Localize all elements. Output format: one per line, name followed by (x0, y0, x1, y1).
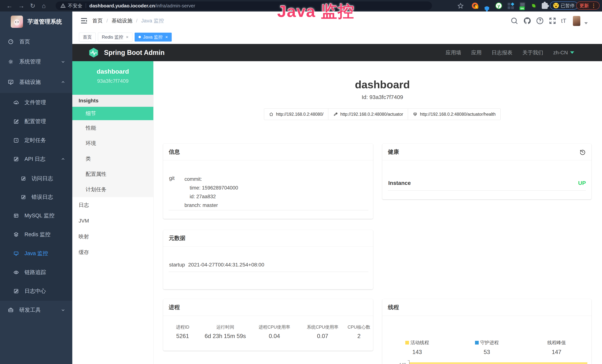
extension-green-circle-icon[interactable]: y (495, 2, 502, 10)
sba-sidebar-item-classes[interactable]: 类 (72, 151, 153, 166)
sidebar-item-system[interactable]: 系统管理 (0, 52, 72, 71)
sidebar-item-scheduled-jobs[interactable]: 定时任务 (0, 131, 72, 150)
instance-title: dashboard (165, 78, 600, 91)
extension-badge-count: 1 (475, 5, 478, 9)
sidebar-item-error-logs[interactable]: 错误日志 (0, 187, 72, 207)
app-logo-row[interactable]: 芋道管理系统 (11, 16, 62, 28)
browser-back-icon[interactable]: ← (6, 2, 13, 9)
browser-forward-icon[interactable]: → (18, 2, 24, 9)
legend-label: 线程峰值 (547, 340, 566, 346)
col-process-cpu: 进程CPU使用率 (248, 324, 300, 330)
extension-tabs-icon[interactable]: on (519, 2, 526, 9)
instance-id-line: Id: 93a3fc7f7409 (165, 94, 600, 100)
sidebar-item-tracing[interactable]: 链路追踪 (0, 263, 72, 282)
service-url-button[interactable]: http://192.168.0.2:48080/ (264, 108, 329, 120)
extension-on-badge: on (519, 7, 525, 10)
sba-sidebar-item-logs[interactable]: 日志 (72, 197, 153, 213)
github-icon[interactable] (523, 17, 531, 25)
sba-nav-about[interactable]: 关于我们 (522, 49, 543, 56)
sidebar-item-file-management[interactable]: 文件管理 (0, 93, 72, 112)
sidebar-item-access-logs[interactable]: 访问日志 (0, 169, 72, 188)
info-card-title: 信息 (169, 148, 180, 156)
metadata-row-label: startup (169, 262, 185, 268)
breadcrumb-home[interactable]: 首页 (92, 17, 103, 24)
browser-home-icon[interactable]: ⌂ (42, 2, 46, 9)
sba-sidebar-item-details[interactable]: 细节 (72, 107, 153, 120)
tab-label: 首页 (83, 34, 92, 40)
chevron-down-icon (570, 51, 574, 54)
browser-update-button[interactable]: 更新 ⋮ (576, 1, 600, 10)
sidebar-item-label: 日志中心 (24, 288, 46, 295)
sidebar-item-config-management[interactable]: 配置管理 (0, 112, 72, 131)
extension-leaf-icon[interactable] (531, 3, 538, 10)
health-url-button[interactable]: http://192.168.0.2:48080/actuator/health (408, 108, 501, 120)
sidebar-item-dev-tools[interactable]: 研发工具 (0, 300, 72, 320)
sba-brand-title[interactable]: Spring Boot Admin (104, 49, 165, 57)
cloud-upload-icon (13, 100, 19, 105)
daemon-threads-value: 53 (452, 349, 522, 355)
tab-close-icon[interactable]: × (165, 34, 168, 40)
address-bar[interactable]: 不安全 dashboard.yudao.iocoder.cn/infra/adm… (56, 1, 432, 10)
sba-sidebar-item-mappings[interactable]: 映射 (72, 229, 153, 244)
sba-locale-select[interactable]: zh-CN (553, 50, 574, 56)
browser-reload-icon[interactable]: ↻ (30, 2, 35, 9)
sidebar-item-redis-monitor[interactable]: Redis 监控 (0, 225, 72, 244)
security-label: 不安全 (68, 3, 82, 9)
threads-values: 143 53 147 (382, 349, 591, 355)
sidebar-item-home[interactable]: 首页 (0, 32, 72, 51)
browser-menu-dots-icon[interactable]: ⋮ (591, 3, 596, 9)
extension-orange-icon[interactable]: 1 (472, 3, 479, 10)
fullscreen-icon[interactable] (548, 17, 557, 25)
sba-nav-journal[interactable]: 日志报表 (492, 49, 512, 56)
sidebar-item-infrastructure[interactable]: 基础设施 (0, 73, 72, 92)
sba-nav-applications[interactable]: 应用 (471, 49, 482, 56)
sidebar-item-log-center[interactable]: 日志中心 (0, 281, 72, 301)
sidebar-item-java-monitor[interactable]: Java 监控 (0, 244, 72, 263)
metadata-card: 元数据 startup 2021-04-27T00:44:31.254+08:0… (163, 230, 373, 289)
tab-redis-monitor[interactable]: Redis 监控 × (98, 33, 132, 42)
sba-sidebar-item-metrics[interactable]: 性能 (72, 120, 153, 136)
bookmark-star-icon[interactable] (457, 3, 464, 9)
paused-extension-pill[interactable]: 已暂停 (550, 1, 578, 10)
row-divider (169, 210, 368, 210)
chart-y-axis-cap (408, 360, 409, 361)
home-icon (269, 112, 273, 117)
instance-name: dashboard (72, 68, 153, 75)
sidebar-item-mysql-monitor[interactable]: MySQL 监控 (0, 206, 72, 225)
legend-label: 守护进程 (480, 340, 499, 346)
extension-pin-icon[interactable] (484, 4, 491, 11)
sidebar-item-label: 错误日志 (32, 193, 53, 201)
screen: ← → ↻ ⌂ 不安全 dashboard.yudao.iocoder.cn/i… (0, 0, 602, 364)
tab-home[interactable]: 首页 (79, 33, 96, 42)
tab-java-monitor[interactable]: Java 监控 × (135, 33, 172, 42)
breadcrumb-infrastructure[interactable]: 基础设施 (112, 17, 132, 24)
actuator-url-button[interactable]: http://192.168.0.2:48080/actuator (328, 108, 408, 120)
sba-sidebar-item-config-props[interactable]: 配置属性 (72, 166, 153, 182)
extensions-puzzle-icon[interactable] (542, 3, 549, 10)
info-row-label: git (169, 175, 175, 181)
sidebar-item-api-logs[interactable]: API 日志 (0, 150, 72, 169)
health-url: http://192.168.0.2:48080/actuator/health (420, 112, 495, 117)
tab-bar: 首页 Redis 监控 × Java 监控 × (72, 30, 602, 44)
legend-label: 活动线程 (410, 340, 429, 346)
eye-icon (13, 270, 19, 275)
sba-sidebar-item-scheduled-tasks[interactable]: 计划任务 (72, 182, 153, 197)
help-icon[interactable] (536, 17, 544, 25)
sba-sidebar-item-environment[interactable]: 环境 (72, 136, 153, 151)
tab-close-icon[interactable]: × (126, 34, 129, 40)
git-time-line: time: 1596289704000 (184, 183, 238, 192)
avatar-caret-icon[interactable] (584, 22, 588, 24)
instance-header: dashboard 93a3fc7f7409 (72, 61, 153, 95)
sba-sidebar-item-caches[interactable]: 缓存 (72, 244, 153, 260)
user-avatar[interactable] (573, 16, 580, 26)
extension-grid-icon[interactable] (508, 3, 515, 10)
search-icon[interactable] (510, 17, 518, 25)
history-icon[interactable] (579, 149, 586, 155)
row-divider (169, 272, 368, 272)
health-card: 健康 Instance UP (382, 144, 591, 199)
font-size-icon[interactable]: tT (561, 17, 566, 24)
sba-sidebar-item-jvm[interactable]: JVM (72, 213, 153, 229)
sba-nav-wallboard[interactable]: 应用墙 (446, 49, 461, 56)
legend-yellow-swatch (405, 341, 409, 344)
hamburger-icon[interactable] (80, 17, 88, 25)
